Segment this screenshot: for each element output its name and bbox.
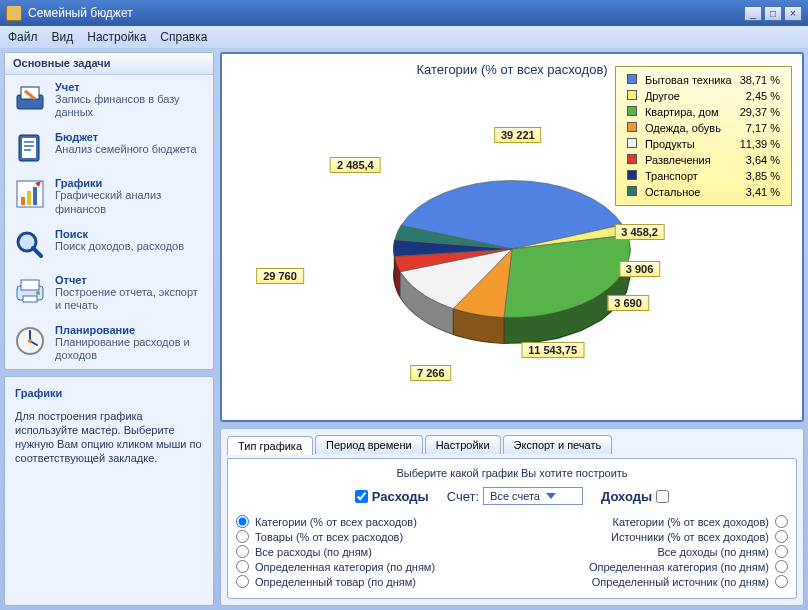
wizard-panel: Тип графика Период времени Настройки Экс… <box>220 428 804 606</box>
task-desc: Построение отчета, экспорт и печать <box>55 286 205 312</box>
tab-chart-type[interactable]: Тип графика <box>227 436 313 455</box>
svg-rect-7 <box>33 187 37 205</box>
tab-export[interactable]: Экспорт и печать <box>503 435 613 454</box>
menu-settings[interactable]: Настройка <box>87 30 146 44</box>
svg-rect-12 <box>23 296 37 302</box>
task-title: Бюджет <box>55 131 197 143</box>
task-icon <box>13 324 47 358</box>
pie-value-label: 2 485,4 <box>330 157 381 173</box>
task-icon <box>13 274 47 308</box>
task-поиск[interactable]: Поиск Поиск доходов, расходов <box>5 222 213 268</box>
pie-value-label: 29 760 <box>256 268 304 284</box>
income-option[interactable]: Определенная категория (по дням) <box>527 560 788 573</box>
dropdown-icon <box>546 493 556 499</box>
task-отчет[interactable]: Отчет Построение отчета, экспорт и печат… <box>5 268 213 318</box>
task-desc: Запись финансов в базу данных <box>55 93 205 119</box>
radio-income[interactable] <box>775 515 788 528</box>
income-option[interactable]: Все доходы (по дням) <box>527 545 788 558</box>
expenses-checkbox[interactable] <box>355 490 368 503</box>
svg-point-14 <box>28 339 32 343</box>
task-icon <box>13 177 47 211</box>
expense-option[interactable]: Категории (% от всех расходов) <box>236 515 497 528</box>
expense-option[interactable]: Товары (% от всех расходов) <box>236 530 497 543</box>
task-title: Планирование <box>55 324 205 336</box>
pie-value-label: 7 266 <box>410 365 452 381</box>
task-desc: Поиск доходов, расходов <box>55 240 184 253</box>
menu-view[interactable]: Вид <box>52 30 74 44</box>
menubar: Файл Вид Настройка Справка <box>0 26 808 48</box>
radio-income[interactable] <box>775 530 788 543</box>
task-графики[interactable]: Графики Графический анализ финансов <box>5 171 213 221</box>
radio-income[interactable] <box>775 545 788 558</box>
income-option[interactable]: Категории (% от всех доходов) <box>527 515 788 528</box>
radio-expense[interactable] <box>236 530 249 543</box>
titlebar: Семейный бюджет _ □ × <box>0 0 808 26</box>
svg-point-11 <box>36 291 40 295</box>
expense-option[interactable]: Все расходы (по дням) <box>236 545 497 558</box>
svg-rect-10 <box>21 280 39 290</box>
task-icon <box>13 131 47 165</box>
close-button[interactable]: × <box>784 6 802 21</box>
wizard-options: Категории (% от всех расходов)Товары (% … <box>236 513 788 590</box>
content: Основные задачи Учет Запись финансов в б… <box>0 48 808 610</box>
task-desc: Графический анализ финансов <box>55 189 205 215</box>
task-desc: Планирование расходов и доходов <box>55 336 205 362</box>
info-panel: Графики Для построения графика используй… <box>4 376 214 607</box>
task-учет[interactable]: Учет Запись финансов в базу данных <box>5 75 213 125</box>
radio-income[interactable] <box>775 560 788 573</box>
tabs: Тип графика Период времени Настройки Экс… <box>227 435 797 454</box>
task-icon <box>13 81 47 115</box>
menu-help[interactable]: Справка <box>160 30 207 44</box>
maximize-button[interactable]: □ <box>764 6 782 21</box>
income-checkbox-label[interactable]: Доходы <box>601 489 669 504</box>
account-select[interactable]: Счет: Все счета <box>447 487 583 505</box>
income-option[interactable]: Определенный источник (по дням) <box>527 575 788 588</box>
task-title: Графики <box>55 177 205 189</box>
tab-body: Выберите какой график Вы хотите построит… <box>227 458 797 599</box>
svg-rect-3 <box>22 138 36 158</box>
radio-expense[interactable] <box>236 560 249 573</box>
task-icon <box>13 228 47 262</box>
tab-period[interactable]: Период времени <box>315 435 423 454</box>
pie-value-label: 3 690 <box>607 295 649 311</box>
svg-rect-6 <box>27 191 31 205</box>
task-desc: Анализ семейного бюджета <box>55 143 197 156</box>
expenses-checkbox-label[interactable]: Расходы <box>355 489 429 504</box>
svg-rect-1 <box>21 87 39 99</box>
app-window: Семейный бюджет _ □ × Файл Вид Настройка… <box>0 0 808 610</box>
task-планирование[interactable]: Планирование Планирование расходов и дох… <box>5 318 213 368</box>
task-title: Поиск <box>55 228 184 240</box>
info-title: Графики <box>15 387 203 399</box>
radio-expense[interactable] <box>236 515 249 528</box>
account-value: Все счета <box>490 490 540 502</box>
pie-value-label: 11 543,75 <box>521 342 584 358</box>
task-title: Учет <box>55 81 205 93</box>
expense-option[interactable]: Определенный товар (по дням) <box>236 575 497 588</box>
account-label: Счет: <box>447 489 479 504</box>
pie-value-label: 39 221 <box>494 127 542 143</box>
radio-income[interactable] <box>775 575 788 588</box>
window-title: Семейный бюджет <box>28 6 133 20</box>
pie-value-label: 3 458,2 <box>614 224 665 240</box>
income-option[interactable]: Источники (% от всех доходов) <box>527 530 788 543</box>
chart-box: Категории (% от всех расходов) Бытовая т… <box>220 52 804 422</box>
svg-rect-5 <box>21 197 25 205</box>
income-checkbox[interactable] <box>656 490 669 503</box>
pie-value-label: 3 906 <box>619 261 661 277</box>
tasks-header: Основные задачи <box>5 53 213 75</box>
info-text: Для построения графика используйте масте… <box>15 409 203 466</box>
wizard-prompt: Выберите какой график Вы хотите построит… <box>236 467 788 479</box>
tasks-panel: Основные задачи Учет Запись финансов в б… <box>4 52 214 370</box>
task-title: Отчет <box>55 274 205 286</box>
sidebar: Основные задачи Учет Запись финансов в б… <box>4 52 214 606</box>
app-icon <box>6 5 22 21</box>
menu-file[interactable]: Файл <box>8 30 38 44</box>
minimize-button[interactable]: _ <box>744 6 762 21</box>
radio-expense[interactable] <box>236 545 249 558</box>
radio-expense[interactable] <box>236 575 249 588</box>
pie-chart: 39 2212 485,429 7607 26611 543,753 6903 … <box>222 81 802 417</box>
tab-settings[interactable]: Настройки <box>425 435 501 454</box>
expense-option[interactable]: Определенная категория (по дням) <box>236 560 497 573</box>
task-бюджет[interactable]: Бюджет Анализ семейного бюджета <box>5 125 213 171</box>
wizard-header-row: Расходы Счет: Все счета Доходы <box>236 487 788 505</box>
